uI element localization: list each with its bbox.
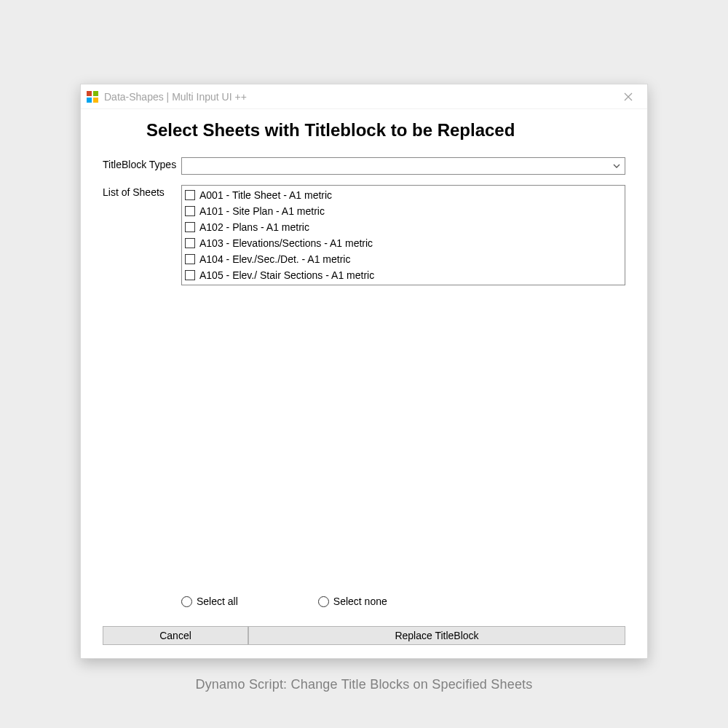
titleblock-types-row: TitleBlock Types xyxy=(103,157,625,175)
checkbox-icon[interactable] xyxy=(185,190,195,200)
list-item[interactable]: A001 - Title Sheet - A1 metric xyxy=(185,187,622,203)
checkbox-icon[interactable] xyxy=(185,254,195,264)
button-row: Cancel Replace TitleBlock xyxy=(103,626,625,645)
radio-icon xyxy=(318,596,329,607)
cancel-button[interactable]: Cancel xyxy=(103,626,248,645)
checkbox-icon[interactable] xyxy=(185,222,195,232)
list-item[interactable]: A104 - Elev./Sec./Det. - A1 metric xyxy=(185,251,622,267)
dialog-content: Select Sheets with Titleblock to be Repl… xyxy=(81,109,647,658)
select-all-radio[interactable]: Select all xyxy=(181,596,238,607)
list-item-label: A101 - Site Plan - A1 metric xyxy=(199,205,325,217)
svg-rect-3 xyxy=(93,98,98,103)
list-item-label: A102 - Plans - A1 metric xyxy=(199,221,309,233)
list-item-label: A001 - Title Sheet - A1 metric xyxy=(199,189,332,201)
list-item-label: A103 - Elevations/Sections - A1 metric xyxy=(199,237,373,249)
svg-rect-2 xyxy=(87,98,92,103)
page-caption: Dynamo Script: Change Title Blocks on Sp… xyxy=(0,677,728,692)
titleblock-types-dropdown[interactable] xyxy=(181,157,625,175)
list-item-label: A104 - Elev./Sec./Det. - A1 metric xyxy=(199,253,350,265)
list-item[interactable]: A102 - Plans - A1 metric xyxy=(185,219,622,235)
titleblock-types-label: TitleBlock Types xyxy=(103,157,181,170)
select-all-label: Select all xyxy=(197,596,238,607)
list-item[interactable]: A105 - Elev./ Stair Sections - A1 metric xyxy=(185,267,622,283)
list-item[interactable]: A101 - Site Plan - A1 metric xyxy=(185,203,622,219)
svg-rect-1 xyxy=(93,91,98,96)
dialog-heading: Select Sheets with Titleblock to be Repl… xyxy=(103,119,625,141)
radio-icon xyxy=(181,596,192,607)
select-none-radio[interactable]: Select none xyxy=(318,596,387,607)
selection-radio-row: Select all Select none xyxy=(103,596,625,607)
replace-titleblock-button-label: Replace TitleBlock xyxy=(395,630,478,641)
window-title: Data-Shapes | Multi Input UI ++ xyxy=(104,91,614,103)
close-button[interactable] xyxy=(614,84,643,108)
select-none-label: Select none xyxy=(333,596,387,607)
app-icon xyxy=(87,91,98,103)
checkbox-icon[interactable] xyxy=(185,238,195,248)
sheets-listbox[interactable]: A001 - Title Sheet - A1 metricA101 - Sit… xyxy=(181,185,625,285)
replace-titleblock-button[interactable]: Replace TitleBlock xyxy=(248,626,625,645)
chevron-down-icon xyxy=(613,162,620,170)
svg-rect-0 xyxy=(87,91,92,96)
list-item[interactable]: A103 - Elevations/Sections - A1 metric xyxy=(185,235,622,251)
checkbox-icon[interactable] xyxy=(185,270,195,280)
cancel-button-label: Cancel xyxy=(159,630,191,641)
close-icon xyxy=(624,92,633,101)
dialog-window: Data-Shapes | Multi Input UI ++ Select S… xyxy=(80,84,648,659)
titlebar: Data-Shapes | Multi Input UI ++ xyxy=(81,84,647,109)
checkbox-icon[interactable] xyxy=(185,206,195,216)
sheets-list-label: List of Sheets xyxy=(103,185,181,198)
sheets-row: List of Sheets A001 - Title Sheet - A1 m… xyxy=(103,185,625,581)
list-item-label: A105 - Elev./ Stair Sections - A1 metric xyxy=(199,269,374,281)
